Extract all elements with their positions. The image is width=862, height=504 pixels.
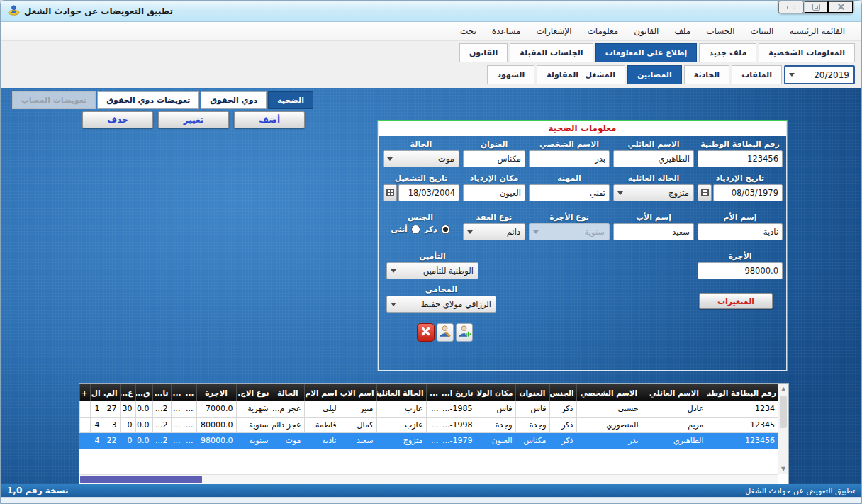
- grid-cell[interactable]: 0.0: [135, 401, 152, 417]
- hire-date-calendar-button[interactable]: [383, 184, 397, 201]
- grid-column-header[interactable]: الحالة: [272, 384, 304, 401]
- close-button[interactable]: [829, 1, 853, 13]
- grid-cell[interactable]: ...: [184, 417, 196, 432]
- grid-cell[interactable]: ...: [171, 432, 184, 448]
- grid-cell[interactable]: متزوج: [376, 432, 426, 448]
- grid-cell[interactable]: 27: [103, 401, 120, 417]
- grid-cell[interactable]: الطاهيري: [642, 432, 707, 448]
- grid-column-header[interactable]: رقم البطاقة الوطنية: [707, 384, 778, 401]
- grid-cell[interactable]: [79, 417, 90, 432]
- grid-cell[interactable]: العيون: [476, 432, 515, 448]
- insurance-select[interactable]: الوطنية للتأمين: [386, 262, 478, 279]
- grid-column-header[interactable]: الاسم العائلي: [642, 384, 707, 401]
- marital-status-select[interactable]: متزوج: [613, 184, 694, 201]
- grid-cell[interactable]: 98000.0: [196, 432, 236, 448]
- grid-column-header[interactable]: ع...: [120, 384, 135, 401]
- change-button[interactable]: تغيير: [158, 111, 229, 128]
- tab-personal-info[interactable]: المعلومات الشخصية: [759, 43, 855, 62]
- grid-cell[interactable]: عادل: [642, 401, 707, 417]
- menu-item-account[interactable]: الحساب: [699, 23, 741, 39]
- horizontal-scroll-thumb[interactable]: [80, 476, 202, 483]
- file-number-select[interactable]: 20/2019: [784, 65, 855, 84]
- mother-name-field[interactable]: [698, 223, 783, 240]
- grid-cell[interactable]: ذكر: [549, 401, 576, 417]
- variables-button[interactable]: المتغيرات: [699, 293, 773, 309]
- grid-cell[interactable]: 1234: [707, 401, 778, 417]
- grid-cell[interactable]: ذكر: [549, 417, 576, 432]
- grid-column-header[interactable]: مكان الولادة: [476, 384, 515, 401]
- birth-place-field[interactable]: [463, 184, 525, 201]
- contract-type-select[interactable]: دائم: [463, 223, 525, 240]
- grid-horizontal-scrollbar[interactable]: [79, 474, 778, 484]
- menu-item-search[interactable]: بحث: [453, 23, 483, 39]
- hire-date-field[interactable]: [398, 184, 459, 201]
- tab-injured[interactable]: المصابين: [627, 65, 682, 84]
- menu-item-info[interactable]: معلومات: [581, 23, 626, 39]
- address-field[interactable]: [463, 150, 525, 167]
- gender-female-radio[interactable]: [411, 225, 420, 234]
- grid-cell[interactable]: [79, 432, 90, 448]
- grid-cell[interactable]: 30: [120, 401, 135, 417]
- grid-cell[interactable]: مكناس: [515, 432, 549, 448]
- grid-cell[interactable]: 2...: [152, 432, 171, 448]
- gender-male-radio[interactable]: [441, 225, 450, 234]
- grid-cell[interactable]: عجز دائم: [272, 417, 304, 432]
- grid-cell[interactable]: 80000.0: [196, 417, 236, 432]
- grid-cell[interactable]: 1998-...: [442, 417, 476, 432]
- add-button[interactable]: أضف: [234, 111, 305, 128]
- grid-cell[interactable]: 22: [103, 432, 120, 448]
- grid-cell[interactable]: ...: [171, 401, 184, 417]
- vertical-scroll-thumb[interactable]: [780, 396, 787, 428]
- grid-column-header[interactable]: ق...: [135, 384, 152, 401]
- menu-item-data[interactable]: البينات: [744, 23, 781, 39]
- grid-cell[interactable]: 0.0: [135, 432, 152, 448]
- grid-cell[interactable]: 1985-...: [442, 401, 476, 417]
- delete-button[interactable]: حذف: [82, 111, 153, 128]
- grid-cell[interactable]: ...: [426, 401, 442, 417]
- add-person-button[interactable]: [456, 323, 473, 342]
- menu-item-file[interactable]: ملف: [667, 23, 698, 39]
- menu-item-main[interactable]: القائمة الرئيسية: [782, 23, 852, 39]
- grid-column-header[interactable]: تاريخ ا...: [442, 384, 476, 401]
- menu-item-notifications[interactable]: الإشعارات: [529, 23, 578, 39]
- grid-cell[interactable]: فاطمة: [304, 417, 340, 432]
- tab-upcoming-sessions[interactable]: الجلسات المقبلة: [510, 43, 593, 62]
- grid-cell[interactable]: ...: [184, 401, 196, 417]
- grid-cell[interactable]: ...: [426, 432, 442, 448]
- grid-column-header[interactable]: اسم الام: [304, 384, 340, 401]
- birth-date-field[interactable]: [713, 184, 783, 201]
- tab-employer-contractor[interactable]: المشغل _المقاولة: [537, 65, 625, 84]
- grid-cell[interactable]: مريم: [642, 417, 707, 432]
- grid-column-header[interactable]: نوع الاج...: [236, 384, 272, 401]
- grid-cell[interactable]: 1979-...: [442, 432, 476, 448]
- grid-cell[interactable]: عازب: [376, 417, 426, 432]
- grid-cell[interactable]: عازب: [376, 401, 426, 417]
- edit-person-button[interactable]: [437, 323, 454, 342]
- grid-cell[interactable]: ...: [184, 432, 196, 448]
- grid-column-header[interactable]: ...: [184, 384, 196, 401]
- grid-cell[interactable]: فاس: [476, 401, 515, 417]
- table-row[interactable]: 12345مريمالمنصوريذكروجدةوجدة1998-......ع…: [79, 417, 778, 432]
- grid-vertical-scrollbar[interactable]: ▲ ▼: [778, 384, 788, 474]
- table-row-selected[interactable]: 123456الطاهيريبدرذكرمكناسالعيون1979-....…: [79, 432, 778, 448]
- grid-cell[interactable]: سنوية: [236, 417, 272, 432]
- grid-cell[interactable]: بدر: [576, 432, 642, 448]
- grid-cell[interactable]: عجز م...: [272, 401, 304, 417]
- grid-column-header[interactable]: الاسم الشخصي: [576, 384, 642, 401]
- grid-column-header[interactable]: ال...: [90, 384, 103, 401]
- grid-cell[interactable]: 4: [90, 417, 103, 432]
- grid-cell[interactable]: منير: [340, 401, 376, 417]
- tab-files[interactable]: الملفات: [732, 65, 782, 84]
- family-name-field[interactable]: [613, 150, 694, 167]
- lawyer-select[interactable]: الرزاقي مولاي حفيظ: [386, 296, 496, 313]
- tab-new-file[interactable]: ملف جديد: [699, 43, 756, 62]
- menu-item-law[interactable]: القانون: [627, 23, 666, 39]
- scroll-down-icon[interactable]: ▼: [778, 464, 788, 474]
- grid-cell[interactable]: كمال: [340, 417, 376, 432]
- national-id-field[interactable]: [698, 150, 783, 167]
- grid-cell[interactable]: 1: [90, 401, 103, 417]
- grid-cell[interactable]: حسني: [576, 401, 642, 417]
- wage-field[interactable]: [698, 262, 783, 279]
- grid-cell[interactable]: ذكر: [549, 432, 576, 448]
- table-row[interactable]: 1234عادلحسنيذكرفاسفاس1985-......عازبمنير…: [79, 401, 778, 417]
